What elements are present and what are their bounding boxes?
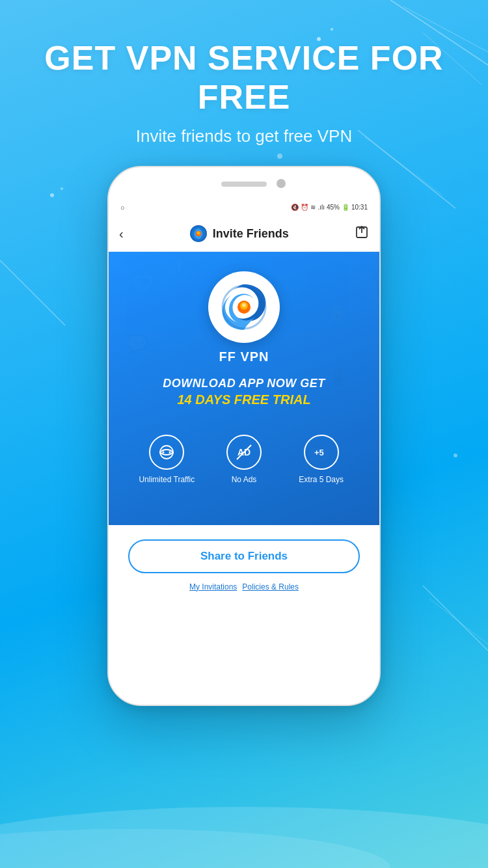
status-alarm-icon: ⏰ xyxy=(301,204,308,211)
app-bar-title-text: Invite Friends xyxy=(213,227,289,241)
back-button[interactable]: ‹ xyxy=(119,226,124,241)
app-bar-logo-icon xyxy=(189,224,208,243)
my-invitations-link[interactable]: My Invitations xyxy=(189,582,237,591)
hero-subtitle: Invite friends to get free VPN xyxy=(0,126,488,146)
hero-bg-pattern: 🛡 ⬆ 👤 🔒 💬 📱 🔗 📧 🌐 xyxy=(109,252,379,525)
status-time: 10:31 xyxy=(351,204,368,211)
status-left-icon: ○ xyxy=(120,204,125,211)
status-battery-pct: 45% xyxy=(327,204,340,211)
svg-point-14 xyxy=(0,807,488,868)
svg-text:🛡: 🛡 xyxy=(133,272,154,295)
status-battery-icon: 🔋 xyxy=(342,204,349,211)
app-bar-title-group: Invite Friends xyxy=(189,224,289,243)
phone-content: 🛡 ⬆ 👤 🔒 💬 📱 🔗 📧 🌐 xyxy=(109,252,379,705)
svg-text:💬: 💬 xyxy=(127,333,148,354)
hero-title: GET VPN SERVICE FOR FREE xyxy=(0,39,488,117)
share-to-friends-button[interactable]: Share to Friends xyxy=(128,539,360,573)
share-button-appbar[interactable] xyxy=(355,225,369,243)
status-mute-icon: 🔇 xyxy=(291,204,299,211)
svg-text:🔒: 🔒 xyxy=(329,303,347,321)
svg-point-18 xyxy=(197,232,200,235)
phone-mockup-wrapper: ○ 🔇 ⏰ ≋ .ılı 45% 🔋 10:31 ‹ xyxy=(0,166,488,706)
status-signal-icon: .ılı xyxy=(318,204,325,211)
svg-text:📧: 📧 xyxy=(309,444,331,465)
svg-text:👤: 👤 xyxy=(303,267,325,289)
links-row: My Invitations Policies & Rules xyxy=(128,582,360,591)
status-right-icons: 🔇 ⏰ ≋ .ılı 45% 🔋 10:31 xyxy=(291,204,368,211)
svg-point-15 xyxy=(0,829,390,868)
status-bar: ○ 🔇 ⏰ ≋ .ılı 45% 🔋 10:31 xyxy=(109,198,379,217)
svg-point-10 xyxy=(277,154,282,159)
svg-text:🔗: 🔗 xyxy=(153,420,171,438)
svg-text:🌐: 🌐 xyxy=(224,485,243,503)
app-bar: ‹ Invite Friends xyxy=(109,217,379,252)
phone-speaker xyxy=(221,182,267,187)
svg-text:📱: 📱 xyxy=(329,367,348,386)
phone-mockup: ○ 🔇 ⏰ ≋ .ılı 45% 🔋 10:31 ‹ xyxy=(107,166,381,706)
inner-bottom-section: Share to Friends My Invitations Policies… xyxy=(109,525,379,602)
policies-rules-link[interactable]: Policies & Rules xyxy=(242,582,299,591)
phone-camera xyxy=(277,179,286,188)
hero-section: GET VPN SERVICE FOR FREE Invite friends … xyxy=(0,0,488,146)
inner-hero-section: 🛡 ⬆ 👤 🔒 💬 📱 🔗 📧 🌐 xyxy=(109,252,379,525)
status-wifi-icon: ≋ xyxy=(310,204,316,211)
svg-text:⬆: ⬆ xyxy=(172,257,185,275)
